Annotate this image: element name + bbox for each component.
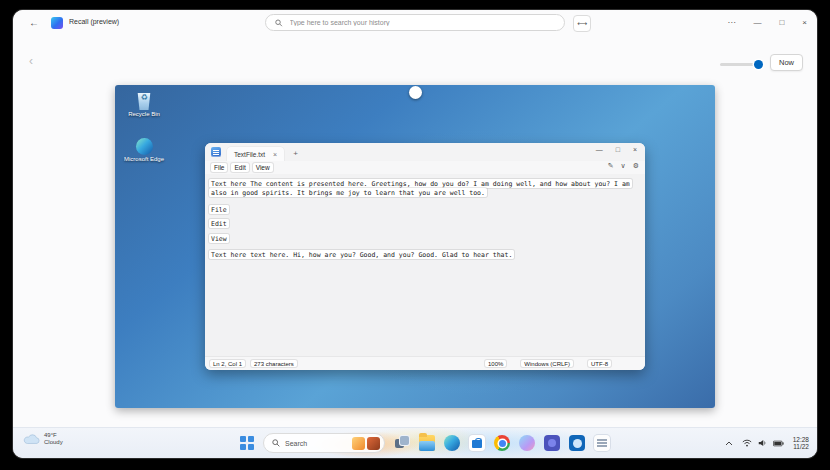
recycle-bin-icon: ♻: [137, 93, 152, 110]
notepad-taskbar-icon[interactable]: [594, 435, 610, 451]
search-icon: [275, 19, 283, 27]
edit-mode-icon: ✎: [608, 162, 614, 170]
settings-gear-icon: ⚙: [633, 162, 639, 170]
taskbar-search-box[interactable]: Search: [263, 433, 385, 453]
recognized-text-line: View: [209, 234, 641, 244]
timeline-scrubber-handle[interactable]: [409, 86, 422, 99]
copilot-icon[interactable]: [519, 435, 535, 451]
start-button[interactable]: [240, 436, 254, 450]
menu-file[interactable]: File: [211, 163, 227, 172]
battery-icon: [773, 440, 784, 447]
tray-indicators[interactable]: [742, 439, 784, 447]
notepad-toolbar: ✎ ∨ ⚙: [608, 162, 639, 170]
recognized-text-line: Text here The content is presented here.…: [209, 179, 641, 198]
new-tab-icon: +: [293, 147, 298, 161]
timeline-slider[interactable]: [720, 63, 760, 66]
notepad-window: TextFile.txt × + — □ × File Edit Vi: [205, 143, 645, 370]
notepad-menubar: File Edit View ✎ ∨ ⚙: [205, 161, 645, 174]
tray-time: 12:28: [793, 436, 809, 444]
chevron-down-icon: ∨: [621, 162, 626, 170]
history-search-box[interactable]: [265, 14, 565, 31]
recognized-text-line: Text here text here. Hi, how are you? Go…: [209, 251, 641, 261]
file-explorer-icon[interactable]: [419, 435, 435, 451]
taskbar-search-label: Search: [285, 440, 347, 447]
microsoft-store-icon[interactable]: [469, 435, 485, 451]
weather-condition: Cloudy: [44, 439, 63, 446]
back-button[interactable]: ←: [29, 16, 39, 30]
menu-edit[interactable]: Edit: [231, 163, 248, 172]
outlook-icon[interactable]: [569, 435, 585, 451]
previous-snapshot-chevron[interactable]: ‹: [29, 54, 33, 68]
weather-widget[interactable]: 49°F Cloudy: [23, 432, 63, 446]
recall-titlebar: ← Recall (preview) ⟷ ⋯ — □ ×: [13, 10, 817, 36]
search-icon: [272, 439, 280, 447]
line-ending-format[interactable]: Windows (CRLF): [521, 360, 573, 367]
microsoft-edge-icon[interactable]: [444, 435, 460, 451]
desktop-icon-label: Recycle Bin: [123, 111, 165, 118]
weather-temperature: 49°F: [44, 432, 63, 439]
maximize-icon: □: [616, 146, 620, 153]
cloud-icon: [23, 433, 40, 445]
recognized-text[interactable]: Edit: [209, 219, 229, 228]
edge-icon: [136, 138, 153, 155]
teams-icon[interactable]: [544, 435, 560, 451]
taskbar-center: Search: [240, 428, 610, 458]
desktop-icon-label: Microsoft Edge: [123, 156, 165, 163]
notepad-window-controls: — □ ×: [596, 146, 637, 153]
close-button[interactable]: ×: [802, 19, 807, 27]
search-highlight-icon: [352, 437, 380, 450]
timeline-slider-handle[interactable]: [754, 60, 763, 69]
now-button[interactable]: Now: [770, 54, 803, 71]
snapshot-viewport[interactable]: ♻ Recycle Bin Microsoft Edge TextFile.tx…: [115, 85, 715, 408]
cursor-position[interactable]: Ln 2, Col 1: [210, 360, 245, 367]
desktop-screen: ← Recall (preview) ⟷ ⋯ — □ × ‹: [13, 10, 817, 458]
volume-icon: [758, 439, 767, 447]
notepad-status-bar: Ln 2, Col 1 273 characters 100% Windows …: [205, 356, 645, 370]
recognized-text[interactable]: Text here text here. Hi, how are you? Go…: [209, 250, 514, 259]
recognized-text[interactable]: Text here The content is presented here.…: [209, 179, 632, 198]
recognized-text-line: File: [209, 205, 641, 215]
system-tray: 12:28 11/22: [725, 428, 809, 458]
task-view-button[interactable]: [394, 435, 410, 451]
clock-widget[interactable]: 12:28 11/22: [793, 436, 809, 451]
desktop-icon-microsoft-edge: Microsoft Edge: [123, 138, 165, 163]
chevron-up-icon[interactable]: [725, 441, 733, 446]
recognized-text[interactable]: File: [209, 205, 229, 214]
menu-view[interactable]: View: [253, 163, 273, 172]
tray-date: 11/22: [793, 443, 809, 451]
chrome-icon[interactable]: [494, 435, 510, 451]
character-count[interactable]: 273 characters: [251, 360, 297, 367]
notepad-tab: TextFile.txt ×: [227, 147, 284, 161]
window-controls: ⋯ — □ ×: [727, 10, 807, 36]
zoom-level[interactable]: 100%: [485, 360, 506, 367]
timeline-expand-icon[interactable]: ⟷: [573, 15, 591, 32]
minimize-button[interactable]: —: [753, 19, 761, 27]
minimize-icon: —: [596, 146, 603, 153]
tab-close-icon: ×: [273, 151, 277, 158]
screenshot-root: ← Recall (preview) ⟷ ⋯ — □ × ‹: [0, 0, 830, 470]
maximize-button[interactable]: □: [779, 19, 784, 27]
notepad-tab-title: TextFile.txt: [234, 151, 265, 158]
recognized-text[interactable]: View: [209, 234, 229, 243]
taskbar: 49°F Cloudy Search: [13, 427, 817, 458]
recall-app-icon: [51, 17, 63, 29]
encoding[interactable]: UTF-8: [588, 360, 611, 367]
close-icon: ×: [633, 146, 637, 153]
desktop-icon-recycle-bin: ♻ Recycle Bin: [123, 93, 165, 118]
wifi-icon: [742, 439, 752, 447]
notepad-text-area: Text here The content is presented here.…: [205, 174, 645, 357]
search-input[interactable]: [288, 18, 555, 27]
app-title: Recall (preview): [69, 18, 119, 25]
notepad-titlebar: TextFile.txt × + — □ ×: [205, 143, 645, 161]
recognized-text-line: Edit: [209, 220, 641, 230]
notepad-icon: [211, 147, 221, 157]
more-options-button[interactable]: ⋯: [727, 19, 735, 27]
